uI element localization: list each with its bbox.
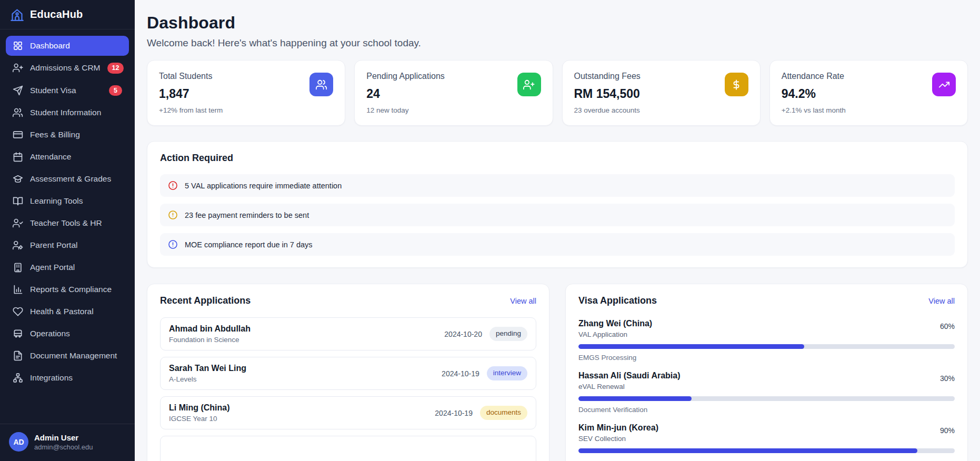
sidebar-item-label: Fees & Billing [30, 130, 80, 139]
visa-applications-view-all-link[interactable]: View all [928, 297, 955, 305]
user-gear-icon [13, 240, 23, 250]
sidebar-item-label: Operations [30, 329, 70, 338]
stat-label: Pending Applications [366, 72, 445, 81]
sidebar-item-fees-billing[interactable]: Fees & Billing [6, 125, 129, 145]
book-open-icon [13, 196, 23, 206]
sidebar-item-teacher-tools-hr[interactable]: Teacher Tools & HR [6, 213, 129, 233]
stat-subtext: 12 new today [366, 106, 445, 114]
action-item-text: 5 VAL applications require immediate att… [185, 182, 342, 190]
visa-application-item: Zhang Wei (China) VAL Application 60% EM… [578, 319, 955, 362]
applicant-name: Ahmad bin Abdullah [169, 324, 251, 334]
visa-application-item: Kim Min-jun (Korea) SEV Collection 90% [578, 423, 955, 453]
visa-applicant-name: Zhang Wei (China) [578, 319, 652, 328]
sidebar-item-label: Parent Portal [30, 240, 77, 250]
action-item[interactable]: 23 fee payment reminders to be sent [160, 204, 955, 226]
application-date: 2024-10-19 [435, 409, 473, 417]
visa-stage: Document Verification [578, 406, 955, 414]
stat-label: Outstanding Fees [574, 72, 641, 81]
sidebar-item-assessment-grades[interactable]: Assessment & Grades [6, 169, 129, 189]
brand-name: EducaHub [30, 8, 83, 21]
sidebar-item-admissions-crm[interactable]: Admissions & CRM12 [6, 58, 129, 78]
sidebar-nav: DashboardAdmissions & CRM12Student Visa5… [0, 29, 135, 396]
progress-bar [578, 344, 955, 349]
action-item[interactable]: MOE compliance report due in 7 days [160, 233, 955, 256]
visa-progress-percent: 30% [940, 374, 955, 383]
visa-applications-title: Visa Applications [578, 295, 657, 306]
recent-applications-view-all-link[interactable]: View all [510, 297, 536, 305]
alert-circle-icon [168, 181, 178, 191]
application-row[interactable]: Sarah Tan Wei Ling A-Levels 2024-10-19 i… [160, 357, 536, 390]
sidebar-item-label: Teacher Tools & HR [30, 218, 102, 228]
heart-icon [13, 306, 23, 317]
visa-applications-card: Visa Applications View all Zhang Wei (Ch… [565, 284, 968, 461]
notification-badge: 12 [107, 63, 124, 74]
network-icon [13, 373, 23, 383]
progress-bar-fill [578, 344, 804, 349]
sidebar-item-operations[interactable]: Operations [6, 324, 129, 344]
applicant-program: Foundation in Science [169, 336, 251, 344]
sidebar-item-student-information[interactable]: Student Information [6, 103, 129, 123]
application-date: 2024-10-19 [442, 369, 479, 378]
visa-type: VAL Application [578, 330, 652, 338]
status-badge: pending [489, 327, 527, 340]
sidebar: EducaHub DashboardAdmissions & CRM12Stud… [0, 0, 135, 461]
sidebar-item-document-management[interactable]: Document Management [6, 346, 129, 366]
stat-cards: Total Students 1,847 +12% from last term… [147, 60, 968, 126]
notification-badge: 5 [109, 85, 122, 96]
sidebar-item-parent-portal[interactable]: Parent Portal [6, 235, 129, 255]
main-content: Dashboard Welcome back! Here's what's ha… [135, 0, 980, 461]
action-required-card: Action Required 5 VAL applications requi… [147, 141, 968, 268]
application-row[interactable]: Ahmad bin Abdullah Foundation in Science… [160, 317, 536, 350]
progress-bar [578, 396, 955, 401]
bar-chart-icon [13, 284, 23, 295]
progress-bar [578, 448, 955, 453]
applicant-program: A-Levels [169, 375, 246, 383]
visa-progress-percent: 90% [940, 426, 955, 435]
user-profile[interactable]: AD Admin User admin@school.edu [0, 424, 135, 461]
recent-applications-list: Ahmad bin Abdullah Foundation in Science… [160, 317, 536, 461]
sidebar-item-label: Admissions & CRM [30, 63, 101, 73]
recent-applications-title: Recent Applications [160, 295, 251, 306]
action-required-list: 5 VAL applications require immediate att… [160, 174, 955, 256]
credit-card-icon [13, 129, 23, 140]
dollar-icon [725, 73, 748, 96]
sidebar-item-label: Reports & Compliance [30, 285, 112, 294]
calendar-icon [13, 152, 23, 162]
stat-subtext: +12% from last term [159, 106, 223, 114]
application-date: 2024-10-20 [444, 330, 482, 338]
visa-application-item: Hassan Ali (Saudi Arabia) eVAL Renewal 3… [578, 371, 955, 414]
visa-applicant-name: Hassan Ali (Saudi Arabia) [578, 371, 681, 380]
applicant-program: IGCSE Year 10 [169, 415, 230, 423]
brand: EducaHub [0, 0, 135, 29]
sidebar-item-health-pastoral[interactable]: Health & Pastoral [6, 302, 129, 322]
app-root: EducaHub DashboardAdmissions & CRM12Stud… [0, 0, 980, 461]
user-plus-icon [13, 63, 23, 73]
sidebar-item-label: Agent Portal [30, 263, 75, 272]
visa-applications-list: Zhang Wei (China) VAL Application 60% EM… [578, 319, 955, 453]
sidebar-item-label: Learning Tools [30, 196, 83, 206]
sidebar-item-student-visa[interactable]: Student Visa5 [6, 81, 129, 101]
stat-value: 24 [366, 87, 445, 101]
sidebar-item-learning-tools[interactable]: Learning Tools [6, 191, 129, 211]
stat-value: 94.2% [782, 87, 846, 101]
sidebar-item-integrations[interactable]: Integrations [6, 368, 129, 388]
page-subtitle: Welcome back! Here's what's happening at… [147, 37, 968, 49]
plane-icon [13, 85, 23, 96]
stat-label: Attendance Rate [782, 72, 846, 81]
application-row[interactable]: Li Ming (China) IGCSE Year 10 2024-10-19… [160, 396, 536, 429]
action-required-title: Action Required [160, 153, 955, 164]
user-check-icon [13, 218, 23, 228]
stat-value: 1,847 [159, 87, 223, 101]
sidebar-item-label: Integrations [30, 373, 73, 383]
action-item-text: 23 fee payment reminders to be sent [185, 211, 309, 219]
bottom-panels: Recent Applications View all Ahmad bin A… [147, 284, 968, 461]
sidebar-item-label: Student Visa [30, 86, 76, 95]
sidebar-item-agent-portal[interactable]: Agent Portal [6, 257, 129, 277]
action-item[interactable]: 5 VAL applications require immediate att… [160, 174, 955, 197]
sidebar-item-dashboard[interactable]: Dashboard [6, 36, 129, 56]
sidebar-item-attendance[interactable]: Attendance [6, 147, 129, 167]
sidebar-item-label: Document Management [30, 351, 117, 360]
status-badge: documents [480, 406, 527, 419]
application-row-partial[interactable] [160, 436, 536, 461]
sidebar-item-reports-compliance[interactable]: Reports & Compliance [6, 279, 129, 299]
